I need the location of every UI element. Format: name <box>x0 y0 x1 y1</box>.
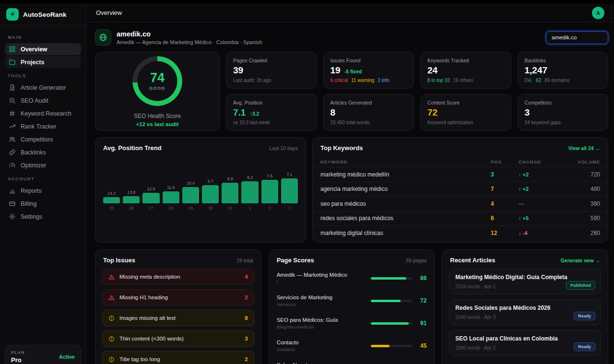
seo-health-score-card: 74 GOOD SEO Health Score +12 vs last aud… <box>95 52 220 131</box>
issue-item[interactable]: Title tag too long2 <box>102 351 254 364</box>
bar-x-tick: 2 <box>261 206 278 211</box>
page-score-row[interactable]: Amedik — Marketing Médico/86 <box>269 269 435 288</box>
page-score-row[interactable]: Contacto/contacto45 <box>269 336 435 355</box>
warning-triangle-icon <box>108 274 115 280</box>
nav-section-label: MAIN <box>8 35 78 40</box>
stat-label: Keywords Tracked <box>427 58 504 63</box>
chart-title: Avg. Position Trend <box>103 144 162 152</box>
sidebar-item-label: Projects <box>21 59 44 66</box>
sparkle-logo-icon <box>6 8 19 21</box>
page-score-row[interactable]: Servicios de Marketing/servicios72 <box>269 291 435 310</box>
bar <box>281 178 298 203</box>
sidebar-item-reports[interactable]: Reports <box>5 185 81 197</box>
keyword-text: seo para médicos <box>320 200 491 207</box>
chart-icon <box>9 187 16 194</box>
bar-column: 8.2 <box>241 158 258 203</box>
stat-label: Avg. Position <box>233 100 310 106</box>
bar-column: 13.8 <box>123 158 140 203</box>
bar-column: 11.9 <box>163 158 179 203</box>
stat-label: Backlinks <box>525 58 602 63</box>
window-top-strip <box>0 0 614 3</box>
page-score-row[interactable]: SEO para Médicos: Guía/blog/seo-medicos9… <box>269 314 435 333</box>
bar <box>103 197 120 203</box>
bar-chart: 14.213.812.511.910.49.78.88.27.67.1 <box>95 156 306 203</box>
article-item[interactable]: SEO Local para Clínicas en Colombia1890 … <box>449 330 601 356</box>
sidebar-item-label: Overview <box>21 46 47 53</box>
sidebar-item-seo-audit[interactable]: SEO Audit <box>5 94 81 106</box>
keyword-row[interactable]: agencia marketing médico7↑ +2480 <box>313 182 608 197</box>
issue-item[interactable]: Missing H1 heading2 <box>102 289 254 305</box>
keyword-row[interactable]: redes sociales para médicos6↑ +5590 <box>313 211 608 226</box>
bar-x-tick: 29 <box>182 206 199 211</box>
sidebar-item-projects[interactable]: Projects <box>5 56 81 68</box>
score-ring: 74 GOOD <box>132 56 182 106</box>
sidebar-item-label: Optimizer <box>21 162 46 169</box>
view-all-keywords-link[interactable]: View all 24 → <box>568 145 600 151</box>
sidebar-item-optimizer[interactable]: Optimizer <box>5 159 81 171</box>
keyword-position: 7 <box>491 186 519 192</box>
stat-label: Issues Found <box>331 58 407 63</box>
article-item[interactable]: Redes Sociales para Médicos 20262340 wor… <box>449 299 601 325</box>
keywords-table: marketing médico medellín3↑ +2720agencia… <box>313 167 608 240</box>
app-logo[interactable]: AutoSeoRank <box>0 3 86 26</box>
sidebar-item-overview[interactable]: Overview <box>5 43 81 55</box>
issue-count: 8 <box>245 315 248 321</box>
issue-item[interactable]: Missing meta description4 <box>102 269 254 285</box>
stat-subtext: DA:6289 domains <box>525 78 602 83</box>
nav-section-label: TOOLS <box>8 73 78 78</box>
sidebar-item-billing[interactable]: Billing <box>5 198 81 210</box>
site-description: Amedik — Agencia de Marketing Médico · C… <box>117 39 262 45</box>
user-avatar[interactable]: A <box>592 7 604 19</box>
warning-triangle-icon <box>108 294 115 301</box>
page-path: /blog/seo-medicos <box>277 324 338 329</box>
site-header: amedik.co Amedik — Agencia de Marketing … <box>95 29 608 46</box>
stat-card-avg-position: Avg. Position7.1↑3.2vs 10.3 last week <box>226 94 317 131</box>
score-label: SEO Health Score <box>134 113 181 119</box>
keyword-text: agencia marketing médico <box>320 186 491 192</box>
sidebar-item-label: Rank Tracker <box>21 123 56 130</box>
issue-item[interactable]: Thin content (<300 words)3 <box>102 330 254 347</box>
sidebar-item-rank-tracker[interactable]: Rank Tracker <box>5 120 81 132</box>
bar <box>202 185 219 203</box>
topbar: Overview A <box>86 3 614 23</box>
app-root: AutoSeoRank MAINOverviewProjectsTOOLSArt… <box>0 0 614 364</box>
score-bar-track <box>371 277 412 280</box>
nav-section-label: ACCOUNT <box>8 176 78 181</box>
plan-status-badge: Active <box>59 354 75 360</box>
keyword-row[interactable]: marketing digital clínicas12↓ -4260 <box>313 225 608 240</box>
bar-x-tick: 27 <box>142 206 159 211</box>
keyword-change: ↑ +2 <box>519 172 570 177</box>
bar-value-label: 7.1 <box>287 172 293 177</box>
content: amedik.co Amedik — Agencia de Marketing … <box>86 23 614 364</box>
generate-new-article-link[interactable]: Generate new → <box>561 258 600 263</box>
domain-search-input[interactable] <box>546 31 608 44</box>
sidebar-item-label: Keyword Research <box>21 110 71 117</box>
keyword-volume: 390 <box>570 200 600 207</box>
bar <box>241 181 258 203</box>
article-item[interactable]: Marketing Médico Digital: Guía Completa2… <box>449 269 601 294</box>
sidebar-item-article-generator[interactable]: Article Generator <box>5 82 81 94</box>
bar-x-tick: 28 <box>163 206 179 211</box>
bar-column: 7.1 <box>281 158 298 203</box>
sidebar-item-keyword-research[interactable]: Keyword Research <box>5 107 81 119</box>
sidebar-item-competitors[interactable]: Competitors <box>5 133 81 145</box>
sidebar-item-settings[interactable]: Settings <box>5 211 81 223</box>
article-title: Redes Sociales para Médicos 2026 <box>455 305 595 311</box>
keyword-row[interactable]: seo para médicos4—390 <box>313 196 608 211</box>
page-score-row[interactable]: Sobre Nosotros/nosotros38 <box>269 359 435 364</box>
keyword-position: 4 <box>491 200 519 207</box>
keyword-row[interactable]: marketing médico medellín3↑ +2720 <box>313 167 608 182</box>
stat-value: 3 <box>525 107 530 118</box>
issue-item[interactable]: Images missing alt text8 <box>102 310 254 326</box>
stat-label: Competitors <box>525 100 602 106</box>
issues-total: 19 total <box>236 258 253 263</box>
issue-count: 4 <box>245 274 248 280</box>
sidebar-item-backlinks[interactable]: Backlinks <box>5 146 81 158</box>
article-title: SEO Local para Clínicas en Colombia <box>455 335 595 342</box>
issue-label: Thin content (<300 words) <box>119 336 184 341</box>
stat-card-issues-found: Issues Found19-5 fixed6 critical11 warni… <box>323 52 414 89</box>
stat-value: 1,247 <box>525 65 548 76</box>
bar-x-tick: 1 <box>241 206 258 211</box>
page-path: / <box>277 279 347 284</box>
bar <box>163 191 179 203</box>
